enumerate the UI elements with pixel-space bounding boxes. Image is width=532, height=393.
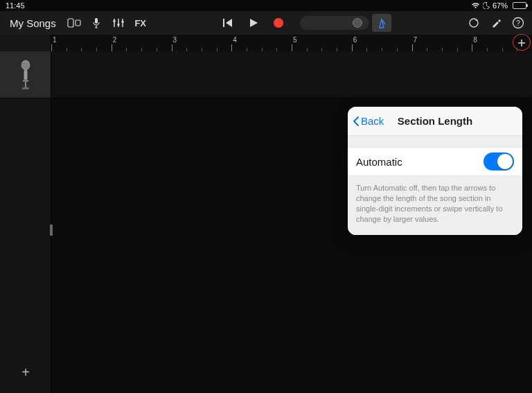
settings-button[interactable] (486, 14, 506, 32)
battery-icon (511, 2, 526, 9)
my-songs-button[interactable]: My Songs (10, 17, 56, 29)
svg-rect-6 (117, 24, 119, 26)
metronome-button[interactable] (372, 14, 391, 32)
add-section-button[interactable] (514, 36, 529, 50)
svg-rect-9 (223, 19, 224, 27)
playhead-marker (50, 225, 53, 236)
ruler-bar-label: 8 (473, 36, 477, 44)
ruler-bar-label: 7 (414, 36, 418, 44)
svg-point-16 (21, 60, 30, 70)
track-view-button[interactable] (64, 14, 84, 32)
play-button[interactable] (249, 18, 258, 28)
timeline-ruler[interactable]: 12345678 (51, 35, 532, 51)
timeline-ruler-row: 12345678 (0, 35, 532, 51)
rewind-button[interactable] (222, 18, 233, 28)
svg-text:?: ? (516, 19, 520, 27)
svg-rect-4 (113, 20, 115, 22)
track-lane[interactable] (51, 51, 532, 98)
workspace: + Back Section Length Automatic Turn Aut… (0, 51, 532, 393)
mixer-button[interactable] (109, 14, 128, 32)
ruler-bar-label: 1 (53, 36, 57, 44)
ruler-bar-label: 4 (233, 36, 237, 44)
fx-button[interactable]: FX (131, 14, 150, 32)
plus-icon: + (21, 365, 30, 381)
ruler-bar-label: 2 (113, 36, 117, 44)
section-length-popover: Back Section Length Automatic Turn Autom… (348, 107, 522, 235)
moon-icon (483, 2, 490, 9)
svg-rect-8 (121, 21, 123, 23)
svg-rect-0 (68, 19, 73, 27)
back-button[interactable]: Back (348, 115, 384, 127)
loop-button[interactable] (464, 14, 484, 32)
ruler-bar-label: 3 (173, 36, 177, 44)
status-bar: 11:45 67% (0, 0, 532, 11)
svg-rect-23 (22, 87, 29, 89)
ruler-bar-label: 6 (353, 36, 357, 44)
svg-rect-20 (24, 70, 27, 80)
track-header-audio[interactable] (0, 51, 51, 98)
microphone-track-icon (18, 60, 33, 90)
transport-controls (222, 18, 283, 28)
automatic-label: Automatic (356, 156, 402, 168)
add-track-button[interactable]: + (0, 365, 51, 381)
ruler-bar-label: 5 (293, 36, 297, 44)
svg-rect-2 (95, 18, 98, 24)
help-button[interactable]: ? (508, 14, 528, 32)
svg-rect-1 (76, 20, 80, 26)
chevron-left-icon (352, 116, 360, 127)
main-toolbar: My Songs FX ? (0, 11, 532, 35)
track-header-column: + (0, 51, 51, 393)
automatic-row: Automatic (348, 147, 522, 176)
wifi-icon (471, 2, 480, 9)
popover-description: Turn Automatic off, then tap the arrows … (348, 176, 522, 235)
master-volume-slider[interactable] (300, 16, 369, 30)
svg-rect-21 (23, 80, 28, 82)
microphone-button[interactable] (87, 14, 106, 32)
automatic-switch[interactable] (484, 152, 514, 171)
battery-percent: 67% (493, 1, 508, 10)
clock: 11:45 (6, 1, 25, 10)
record-button[interactable] (274, 18, 283, 28)
